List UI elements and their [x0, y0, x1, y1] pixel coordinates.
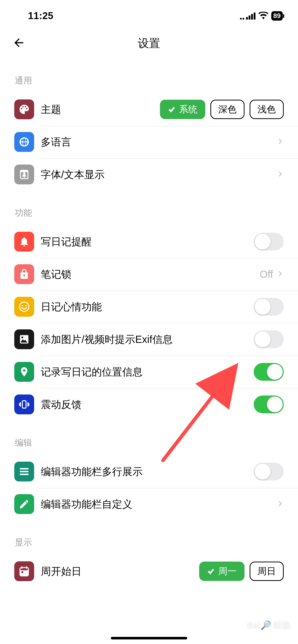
section-header-general: 通用 — [14, 58, 284, 93]
exif-label: 添加图片/视频时提示Exif信息 — [41, 332, 254, 346]
theme-option-light-label: 浅色 — [258, 103, 276, 116]
theme-option-system-label: 系统 — [179, 103, 197, 116]
svg-point-2 — [20, 302, 29, 312]
exif-toggle[interactable] — [254, 330, 284, 348]
weekstart-option-monday[interactable]: 周一 — [199, 562, 245, 581]
location-icon — [14, 362, 34, 382]
font-icon: A — [14, 165, 34, 184]
chevron-right-icon — [277, 138, 284, 146]
mood-toggle[interactable] — [254, 298, 284, 316]
svg-text:A: A — [22, 171, 26, 178]
row-weekstart: 周开始日 周一 周日 — [14, 555, 284, 588]
row-font[interactable]: A 字体/文本显示 — [14, 158, 284, 191]
svg-rect-11 — [21, 571, 23, 573]
row-theme: 主题 系统 深色 浅色 — [14, 93, 284, 126]
section-header-display: 显示 — [14, 520, 284, 555]
reminder-toggle[interactable] — [254, 233, 284, 251]
mood-label: 日记心情功能 — [41, 300, 254, 314]
watermark: Bai🔎 经验 — [247, 620, 291, 631]
location-toggle[interactable] — [254, 363, 284, 381]
lock-value: Off — [260, 269, 273, 280]
row-exif: 添加图片/视频时提示Exif信息 — [14, 323, 284, 356]
chevron-right-icon — [277, 170, 284, 179]
globe-icon — [14, 132, 34, 152]
location-label: 记录写日记的位置信息 — [41, 365, 254, 379]
home-indicator — [111, 637, 187, 639]
row-vibration: 震动反馈 — [14, 388, 284, 421]
row-mood: 日记心情功能 — [14, 290, 284, 323]
palette-icon — [14, 99, 34, 119]
page-title: 设置 — [138, 36, 160, 51]
theme-option-dark-label: 深色 — [218, 103, 237, 116]
section-display: 显示 周开始日 周一 周日 — [0, 520, 298, 588]
pencil-icon — [14, 494, 34, 514]
status-bar: 11:25 89 — [0, 0, 298, 28]
vibration-toggle[interactable] — [254, 396, 284, 413]
chevron-right-icon — [277, 270, 284, 278]
font-label: 字体/文本显示 — [41, 168, 277, 182]
row-location: 记录写日记的位置信息 — [14, 356, 284, 388]
vibration-icon — [14, 394, 34, 414]
reminder-label: 写日记提醒 — [41, 235, 254, 249]
row-lock[interactable]: 笔记锁 Off — [14, 258, 284, 290]
battery-level: 89 — [273, 12, 281, 20]
svg-point-3 — [22, 305, 23, 307]
section-edit: 编辑 编辑器功能栏多行展示 编辑器功能栏自定义 — [0, 421, 298, 520]
battery-indicator: 89 — [271, 11, 283, 21]
section-features: 功能 写日记提醒 笔记锁 Off 日记心情功能 添加图片/视频时提示Exif信息 — [0, 191, 298, 421]
row-language[interactable]: 多语言 — [14, 126, 284, 158]
weekstart-segmented: 周一 周日 — [199, 562, 284, 581]
theme-segmented: 系统 深色 浅色 — [160, 100, 284, 119]
section-general: 通用 主题 系统 深色 浅色 多语言 A 字体/文本显示 — [0, 58, 298, 191]
back-button[interactable] — [12, 36, 25, 50]
status-right: 89 — [240, 11, 283, 21]
weekstart-option-sunday[interactable]: 周日 — [250, 562, 284, 581]
row-editor-customize[interactable]: 编辑器功能栏自定义 — [14, 488, 284, 520]
theme-option-dark[interactable]: 深色 — [210, 100, 245, 119]
lock-label: 笔记锁 — [41, 267, 260, 281]
image-icon — [14, 329, 34, 349]
language-label: 多语言 — [41, 135, 277, 149]
row-editor-multiline: 编辑器功能栏多行展示 — [14, 455, 284, 488]
chevron-right-icon — [277, 500, 284, 508]
list-icon — [14, 462, 34, 481]
svg-point-4 — [25, 305, 27, 307]
status-time: 11:25 — [28, 10, 53, 21]
section-header-features: 功能 — [14, 191, 284, 225]
editor-customize-label: 编辑器功能栏自定义 — [41, 497, 277, 511]
theme-option-system[interactable]: 系统 — [160, 100, 205, 119]
nav-bar: 设置 — [0, 28, 298, 58]
svg-point-6 — [21, 336, 23, 338]
weekstart-option-monday-label: 周一 — [218, 565, 237, 578]
row-reminder: 写日记提醒 — [14, 225, 284, 258]
vibration-label: 震动反馈 — [41, 398, 254, 412]
weekstart-label: 周开始日 — [41, 564, 199, 578]
signal-icon — [240, 12, 255, 20]
theme-option-light[interactable]: 浅色 — [250, 100, 284, 119]
theme-label: 主题 — [41, 103, 160, 116]
section-header-edit: 编辑 — [14, 421, 284, 455]
editor-multiline-toggle[interactable] — [254, 463, 284, 480]
watermark-text: Bai🔎 经验 — [247, 620, 291, 630]
bell-icon — [14, 232, 34, 252]
calendar-icon — [14, 561, 34, 581]
editor-multiline-label: 编辑器功能栏多行展示 — [41, 465, 254, 479]
wifi-icon — [259, 12, 268, 20]
weekstart-option-sunday-label: 周日 — [258, 565, 276, 578]
lock-icon — [14, 264, 34, 284]
svg-rect-7 — [22, 401, 26, 408]
smile-icon — [14, 297, 34, 317]
